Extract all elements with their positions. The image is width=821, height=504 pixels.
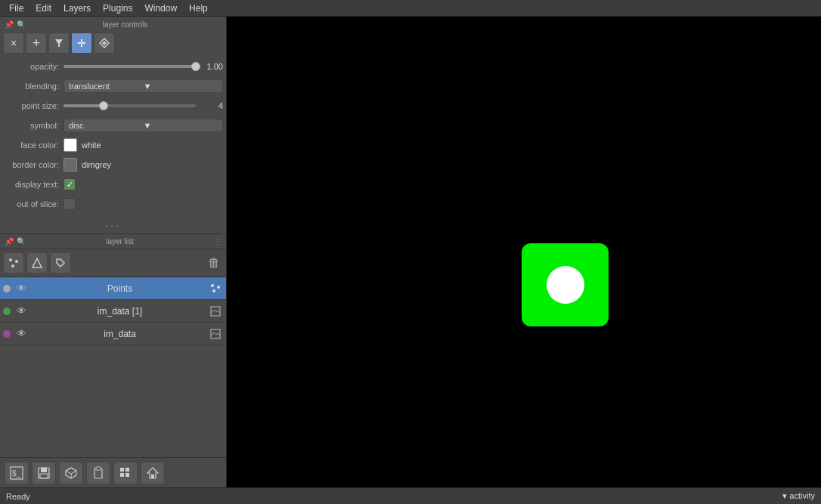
visualization-box [522, 243, 609, 326]
svg-rect-24 [125, 468, 129, 472]
transform-icon [99, 38, 110, 48]
symbol-label: symbol: [3, 121, 64, 130]
out-of-slice-label: out of slice: [3, 199, 64, 209]
filter-button[interactable] [48, 32, 70, 54]
layer-row[interactable]: 👁 im_data [0, 323, 226, 345]
layer-name: im_data [1] [32, 306, 208, 317]
svg-text:$_: $_ [12, 469, 21, 478]
display-text-label: display text: [3, 180, 64, 189]
layer-list-menu[interactable]: ⋮ [212, 237, 223, 246]
shapes-tool-button[interactable] [26, 252, 48, 274]
home-button[interactable] [141, 462, 165, 484]
layer-visibility-toggle[interactable]: 👁 [14, 304, 29, 319]
svg-point-6 [11, 264, 14, 267]
svg-point-8 [211, 284, 214, 287]
status-text: Ready [6, 492, 30, 501]
layer-items: 👁 Points 👁 im_data [1] [0, 277, 226, 457]
face-color-picker[interactable]: white [64, 138, 223, 152]
expand-dots[interactable]: ... [3, 215, 223, 230]
menu-layers[interactable]: Layers [57, 2, 97, 15]
delete-layer-btn[interactable]: 🗑 [205, 254, 223, 272]
add-layer-button[interactable]: + [26, 32, 47, 54]
image-icon [210, 306, 221, 317]
layer-row[interactable]: 👁 im_data [1] [0, 300, 226, 323]
blending-arrow: ▼ [144, 82, 218, 91]
menu-file[interactable]: File [3, 2, 29, 15]
point-size-slider[interactable]: 4 [64, 101, 223, 110]
layer-controls-toolbar: × + ✛ [3, 32, 223, 54]
layer-visibility-toggle[interactable]: 👁 [14, 281, 29, 296]
canvas-area[interactable] [227, 17, 821, 487]
layer-dot [3, 330, 11, 338]
svg-point-10 [212, 289, 215, 292]
svg-marker-0 [55, 39, 63, 47]
layer-dot [3, 308, 11, 315]
search-icon[interactable]: 🔍 [15, 20, 27, 29]
menubar: File Edit Layers Plugins Window Help [0, 0, 821, 17]
menu-help[interactable]: Help [183, 2, 214, 15]
layer-visibility-toggle[interactable]: 👁 [14, 326, 29, 342]
svg-marker-3 [102, 41, 107, 45]
point-size-row: point size: 4 [3, 97, 223, 114]
layer-list-label: layer list [27, 237, 212, 246]
terminal-icon: $_ [10, 466, 23, 480]
border-color-swatch[interactable] [64, 158, 77, 172]
labels-icon [55, 258, 66, 268]
image-icon [210, 329, 221, 339]
white-circle [547, 266, 584, 304]
svg-rect-28 [151, 475, 154, 478]
terminal-button[interactable]: $_ [5, 462, 29, 484]
layer-controls-section: 📌 🔍 layer controls × + ✛ [0, 17, 226, 234]
out-of-slice-checkbox[interactable] [64, 198, 76, 210]
points-tool-button[interactable] [3, 252, 24, 274]
activity-text[interactable]: ▾ activity [782, 491, 815, 501]
blending-dropdown[interactable]: translucent ▼ [64, 79, 223, 93]
menu-window[interactable]: Window [138, 2, 183, 15]
layer-list-pin[interactable]: 📌 [3, 237, 15, 246]
face-color-swatch[interactable] [64, 138, 77, 152]
point-size-label: point size: [3, 101, 64, 110]
symbol-row: symbol: disc ▼ [3, 117, 223, 134]
pin-icon[interactable]: 📌 [3, 20, 15, 29]
home-icon [146, 466, 160, 480]
layer-type-icon [208, 326, 223, 342]
left-panel: 📌 🔍 layer controls × + ✛ [0, 17, 227, 487]
svg-rect-16 [41, 468, 47, 472]
svg-text:✛: ✛ [77, 37, 86, 49]
delete-layer-button[interactable]: × [3, 32, 24, 54]
layer-row[interactable]: 👁 Points [0, 277, 226, 300]
shape-3d-button[interactable] [59, 462, 83, 484]
opacity-value: 1.00 [200, 62, 223, 71]
transform-button[interactable] [94, 32, 115, 54]
shapes-icon [32, 258, 42, 268]
point-size-value: 4 [200, 101, 223, 110]
opacity-slider[interactable]: 1.00 [64, 62, 223, 71]
face-color-row: face color: white [3, 137, 223, 153]
layer-controls-label: layer controls [27, 20, 223, 29]
layer-type-icon [208, 304, 223, 319]
svg-marker-19 [66, 468, 76, 474]
svg-rect-26 [125, 473, 129, 477]
face-color-name: white [82, 141, 101, 150]
menu-plugins[interactable]: Plugins [97, 2, 138, 15]
svg-point-9 [217, 286, 220, 289]
border-color-name: dimgrey [82, 160, 111, 169]
layer-list-search[interactable]: 🔍 [15, 237, 27, 246]
move-icon: ✛ [76, 37, 88, 49]
border-color-picker[interactable]: dimgrey [64, 158, 223, 172]
layer-controls-header: 📌 🔍 layer controls [3, 20, 223, 29]
svg-marker-7 [33, 258, 42, 267]
svg-rect-25 [120, 473, 124, 477]
clipboard-button[interactable] [86, 462, 110, 484]
blending-label: blending: [3, 82, 64, 91]
opacity-label: opacity: [3, 62, 64, 71]
symbol-value: disc [69, 121, 144, 130]
move-button[interactable]: ✛ [71, 32, 92, 54]
symbol-dropdown[interactable]: disc ▼ [64, 119, 223, 132]
grid-view-button[interactable] [113, 462, 138, 484]
labels-tool-button[interactable] [50, 252, 71, 274]
display-text-checkbox[interactable]: ✓ [64, 178, 76, 190]
save-button[interactable] [32, 462, 56, 484]
border-color-row: border color: dimgrey [3, 156, 223, 173]
menu-edit[interactable]: Edit [29, 2, 57, 15]
